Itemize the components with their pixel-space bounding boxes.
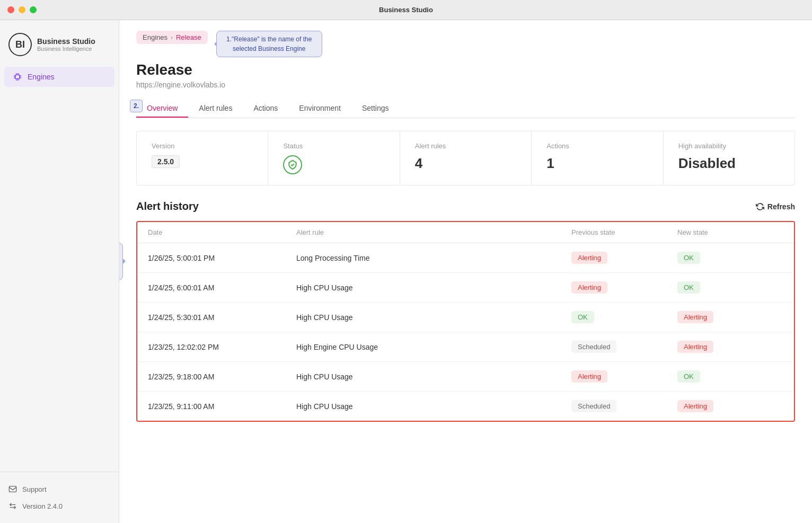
support-label: Support xyxy=(22,485,47,493)
sidebar-item-engines[interactable]: Engines xyxy=(4,67,114,87)
version-info: Version 2.4.0 xyxy=(8,498,110,515)
table-row: 1/23/25, 9:11:00 AM High CPU Usage Sched… xyxy=(137,392,794,421)
tab-actions[interactable]: Actions xyxy=(243,100,288,118)
logo-name: Business Studio xyxy=(37,37,95,46)
logo-subtitle: Business Intelligence xyxy=(37,46,95,52)
cell-date: 1/26/25, 5:00:01 PM xyxy=(148,254,296,262)
minimize-button[interactable] xyxy=(19,6,25,13)
tab-overview[interactable]: Overview xyxy=(136,100,188,118)
window-controls[interactable] xyxy=(7,6,37,13)
cell-alert-rule: Long Processing Time xyxy=(296,254,571,262)
stats-row: Version 2.5.0 Status Alert rules 4 Actio… xyxy=(136,131,795,185)
badge-alerting: Alerting xyxy=(677,341,713,353)
cell-alert-rule: High CPU Usage xyxy=(296,373,571,381)
sidebar-item-engines-label: Engines xyxy=(28,73,55,81)
tab-environment[interactable]: Environment xyxy=(288,100,351,118)
cell-previous-state: Alerting xyxy=(571,281,677,294)
stat-ha-label: High availability xyxy=(678,142,780,150)
stat-status-label: Status xyxy=(283,142,384,150)
badge-ok: OK xyxy=(677,281,700,294)
stat-actions-label: Actions xyxy=(546,142,648,150)
sidebar-footer: Support Version 2.4.0 xyxy=(0,472,119,523)
breadcrumb-separator: › xyxy=(171,34,173,41)
tooltip-text: 1."Release" is the name of the selected … xyxy=(226,36,312,52)
cell-previous-state: Alerting xyxy=(571,370,677,383)
annotation-3: 3.Alert history for all alert rules of t… xyxy=(119,243,123,280)
cell-previous-state: OK xyxy=(571,311,677,323)
badge-ok: OK xyxy=(677,370,700,383)
badge-alerting: Alerting xyxy=(571,370,607,383)
col-new-state: New state xyxy=(677,228,783,236)
table-row: 1/26/25, 5:00:01 PM Long Processing Time… xyxy=(137,243,794,273)
email-icon xyxy=(8,485,17,493)
section-header: Alert history Refresh xyxy=(136,200,795,212)
tab-settings[interactable]: Settings xyxy=(351,100,400,118)
alert-history-title: Alert history xyxy=(136,200,199,212)
cell-alert-rule: High CPU Usage xyxy=(296,313,571,322)
main-content: Engines › Release 1."Release" is the nam… xyxy=(119,20,812,523)
status-ok-icon xyxy=(283,155,302,174)
table-row: 1/23/25, 12:02:02 PM High Engine CPU Usa… xyxy=(137,332,794,362)
cell-date: 1/24/25, 5:30:01 AM xyxy=(148,313,296,322)
breadcrumb-current: Release xyxy=(176,33,201,41)
badge-ok: OK xyxy=(677,252,700,264)
stat-alert-rules-value: 4 xyxy=(415,155,516,172)
tabs-row: Overview Alert rules Actions Environment… xyxy=(136,100,795,118)
badge-scheduled: Scheduled xyxy=(571,400,616,412)
stat-version: Version 2.5.0 xyxy=(137,131,268,185)
logo-icon: BI xyxy=(8,33,32,56)
stat-version-value: 2.5.0 xyxy=(152,155,180,168)
page-title: Release xyxy=(136,61,795,78)
titlebar: Business Studio xyxy=(0,0,812,20)
breadcrumb-parent[interactable]: Engines xyxy=(143,33,167,41)
annotation-3-wrap: 3.Alert history for all alert rules of t… xyxy=(119,243,123,280)
cell-previous-state: Alerting xyxy=(571,252,677,264)
maximize-button[interactable] xyxy=(30,6,37,13)
refresh-label: Refresh xyxy=(767,202,795,211)
stat-high-availability: High availability Disabled xyxy=(664,131,795,185)
badge-ok: OK xyxy=(571,311,594,323)
svg-rect-0 xyxy=(15,75,20,79)
stat-alert-rules-label: Alert rules xyxy=(415,142,516,150)
stat-actions-value: 1 xyxy=(546,155,648,172)
cell-alert-rule: High CPU Usage xyxy=(296,283,571,292)
cell-new-state: OK xyxy=(677,370,783,383)
refresh-icon xyxy=(756,202,764,211)
stat-alert-rules: Alert rules 4 xyxy=(400,131,532,185)
cell-new-state: OK xyxy=(677,281,783,294)
col-alert-rule: Alert rule xyxy=(296,228,571,236)
cell-previous-state: Scheduled xyxy=(571,341,677,353)
cell-date: 1/23/25, 9:11:00 AM xyxy=(148,402,296,411)
cell-new-state: OK xyxy=(677,252,783,264)
cell-new-state: Alerting xyxy=(677,400,783,412)
chip-icon xyxy=(13,72,22,82)
cell-alert-rule: High CPU Usage xyxy=(296,402,571,411)
badge-alerting: Alerting xyxy=(571,281,607,294)
app-layout: BI Business Studio Business Intelligence… xyxy=(0,20,812,523)
tabs-section: 2. Overview Alert rules Actions Environm… xyxy=(136,100,795,118)
svg-rect-1 xyxy=(9,486,16,492)
cell-previous-state: Scheduled xyxy=(571,400,677,412)
logo-text: Business Studio Business Intelligence xyxy=(37,37,95,52)
refresh-button[interactable]: Refresh xyxy=(756,202,795,211)
close-button[interactable] xyxy=(7,6,14,13)
table-row: 1/23/25, 9:18:00 AM High CPU Usage Alert… xyxy=(137,362,794,392)
alert-table: Date Alert rule Previous state New state… xyxy=(136,221,795,422)
stat-actions: Actions 1 xyxy=(532,131,663,185)
tab-alert-rules[interactable]: Alert rules xyxy=(188,100,243,118)
breadcrumb: Engines › Release xyxy=(136,31,208,44)
page-url: https://engine.volkovlabs.io xyxy=(136,81,795,89)
tooltip-bubble: 1."Release" is the name of the selected … xyxy=(216,31,322,57)
cell-date: 1/23/25, 12:02:02 PM xyxy=(148,343,296,351)
stat-ha-value: Disabled xyxy=(678,155,780,172)
stat-status: Status xyxy=(268,131,400,185)
sidebar-nav: Engines xyxy=(0,67,119,472)
badge-scheduled: Scheduled xyxy=(571,341,616,353)
alert-history-section: 3.Alert history for all alert rules of t… xyxy=(136,200,795,422)
sidebar: BI Business Studio Business Intelligence… xyxy=(0,20,119,523)
breadcrumb-row: Engines › Release 1."Release" is the nam… xyxy=(136,31,795,57)
col-date: Date xyxy=(148,228,296,236)
badge-alerting: Alerting xyxy=(571,252,607,264)
col-previous-state: Previous state xyxy=(571,228,677,236)
support-link[interactable]: Support xyxy=(8,481,110,498)
